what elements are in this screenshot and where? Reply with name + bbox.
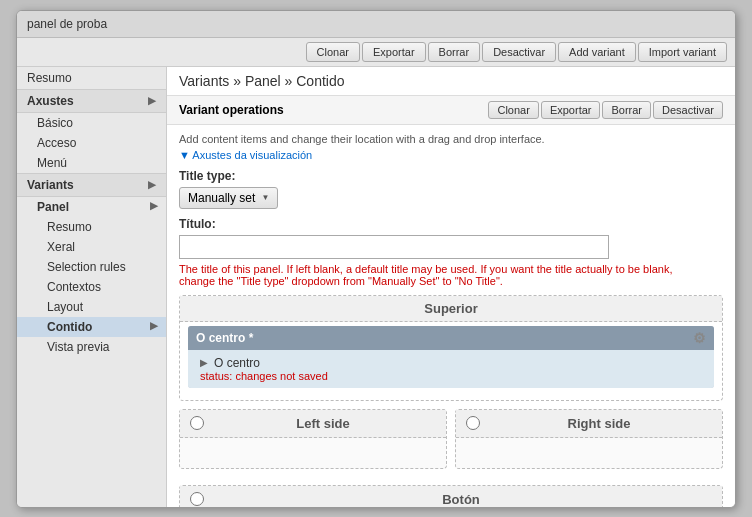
sidebar-item-basico[interactable]: Básico xyxy=(17,113,166,133)
variant-ops-bar: Variant operations Clonar Exportar Borra… xyxy=(167,96,735,125)
panel-item: ▶ O centro xyxy=(200,356,702,370)
main-layout: Resumo Axustes ▶ Básico Acceso Menú Vari… xyxy=(17,67,735,507)
panel-item-label: O centro xyxy=(214,356,260,370)
sidebar: Resumo Axustes ▶ Básico Acceso Menú Vari… xyxy=(17,67,167,507)
content-body: Add content items and change their locat… xyxy=(167,125,735,507)
left-side-header: Left side xyxy=(180,410,446,438)
borrar-ops-button[interactable]: Borrar xyxy=(602,101,651,119)
left-side-radio[interactable] xyxy=(190,416,204,430)
panel-arrow-icon: ▶ xyxy=(150,200,158,211)
axustes-arrow-icon: ▶ xyxy=(148,95,156,106)
settings-link[interactable]: ▼ Axustes da visualización xyxy=(179,149,723,161)
sidebar-item-resumo[interactable]: Resumo xyxy=(17,67,166,89)
boton-radio[interactable] xyxy=(190,492,204,506)
sidebar-item-selection-rules[interactable]: Selection rules xyxy=(17,257,166,277)
superior-content: O centro * ⚙ ▶ O centro status: changes … xyxy=(180,322,722,400)
left-side-region: Left side xyxy=(179,409,447,469)
sidebar-item-vista-previa[interactable]: Vista previa xyxy=(17,337,166,357)
variant-ops-buttons: Clonar Exportar Borrar Desactivar xyxy=(488,101,723,119)
titulo-input[interactable] xyxy=(179,235,609,259)
right-side-content xyxy=(456,438,722,468)
main-window: panel de proba Clonar Exportar Borrar De… xyxy=(16,10,736,508)
boton-region: Botón xyxy=(179,485,723,507)
boton-header: Botón xyxy=(180,486,722,507)
titulo-label: Título: xyxy=(179,217,723,231)
sidebar-item-xeral[interactable]: Xeral xyxy=(17,237,166,257)
sidebar-item-menu[interactable]: Menú xyxy=(17,153,166,173)
titulo-help-text: The title of this panel. If left blank, … xyxy=(179,263,679,287)
sidebar-section-variants[interactable]: Variants ▶ xyxy=(17,173,166,197)
panel-block-header: O centro * ⚙ xyxy=(188,326,714,350)
left-side-title: Left side xyxy=(210,416,436,431)
sidebar-section-variants-label: Variants xyxy=(27,178,74,192)
panel-block-ocentro: O centro * ⚙ ▶ O centro status: changes … xyxy=(188,326,714,388)
clonar-ops-button[interactable]: Clonar xyxy=(488,101,538,119)
sidebar-section-axustes-label: Axustes xyxy=(27,94,74,108)
sidebar-item-panel[interactable]: Panel ▶ xyxy=(17,197,166,217)
desactivar-top-button[interactable]: Desactivar xyxy=(482,42,556,62)
import-variant-button[interactable]: Import variant xyxy=(638,42,727,62)
title-type-dropdown[interactable]: Manually set ▼ xyxy=(179,187,278,209)
panel-block-title: O centro * xyxy=(196,331,253,345)
dropdown-caret-icon: ▼ xyxy=(261,193,269,202)
sidebar-item-contextos[interactable]: Contextos xyxy=(17,277,166,297)
two-regions: Left side Right side xyxy=(179,409,723,477)
right-side-radio[interactable] xyxy=(466,416,480,430)
borrar-top-button[interactable]: Borrar xyxy=(428,42,481,62)
sidebar-item-acceso[interactable]: Acceso xyxy=(17,133,166,153)
variant-ops-label: Variant operations xyxy=(179,103,284,117)
sidebar-item-contido[interactable]: Contido ▶ xyxy=(17,317,166,337)
panel-item-arrow-icon: ▶ xyxy=(200,357,208,368)
left-side-content xyxy=(180,438,446,468)
gear-icon[interactable]: ⚙ xyxy=(693,330,706,346)
exportar-top-button[interactable]: Exportar xyxy=(362,42,426,62)
boton-title: Botón xyxy=(210,492,712,507)
right-side-header: Right side xyxy=(456,410,722,438)
panel-item-status: status: changes not saved xyxy=(200,370,702,382)
sidebar-item-layout[interactable]: Layout xyxy=(17,297,166,317)
add-variant-button[interactable]: Add variant xyxy=(558,42,636,62)
description-text: Add content items and change their locat… xyxy=(179,133,723,145)
superior-title: Superior xyxy=(190,301,712,316)
contido-arrow-icon: ▶ xyxy=(150,320,158,331)
sidebar-item-resumo2[interactable]: Resumo xyxy=(17,217,166,237)
right-side-region: Right side xyxy=(455,409,723,469)
superior-region: Superior O centro * ⚙ ▶ O centro xyxy=(179,295,723,401)
breadcrumb: Variants » Panel » Contido xyxy=(167,67,735,96)
clonar-top-button[interactable]: Clonar xyxy=(306,42,360,62)
exportar-ops-button[interactable]: Exportar xyxy=(541,101,601,119)
panel-block-body: ▶ O centro status: changes not saved xyxy=(188,350,714,388)
superior-header: Superior xyxy=(180,296,722,322)
title-type-label: Title type: xyxy=(179,169,723,183)
content-area: Variants » Panel » Contido Variant opera… xyxy=(167,67,735,507)
title-type-value: Manually set xyxy=(188,191,255,205)
desactivar-ops-button[interactable]: Desactivar xyxy=(653,101,723,119)
right-side-title: Right side xyxy=(486,416,712,431)
variants-arrow-icon: ▶ xyxy=(148,179,156,190)
top-toolbar: Clonar Exportar Borrar Desactivar Add va… xyxy=(17,38,735,67)
sidebar-section-axustes[interactable]: Axustes ▶ xyxy=(17,89,166,113)
window-title: panel de proba xyxy=(17,11,735,38)
